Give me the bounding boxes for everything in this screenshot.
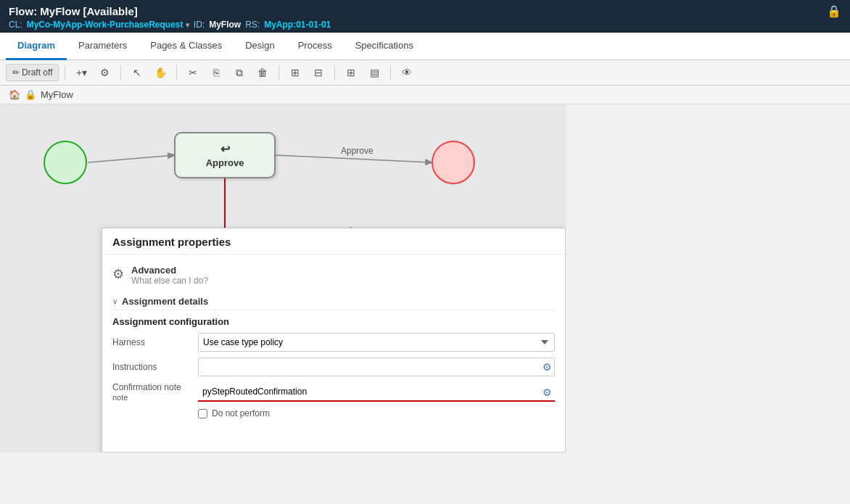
confirmation-input[interactable] [198, 383, 555, 402]
table-icon: ▤ [370, 67, 379, 78]
id-label: ID: [194, 20, 205, 30]
header-subtitle-row: CL: MyCo-MyApp-Work-PurchaseRequest ▾ ID… [9, 20, 841, 30]
properties-content: ⚙ Advanced What else can I do? ∨ Assignm… [102, 255, 565, 426]
svg-line-0 [88, 155, 174, 162]
breadcrumb-flow-name: MyFlow [41, 89, 73, 100]
draft-off-label: Draft off [22, 67, 52, 78]
instructions-gear-icon[interactable]: ⚙ [542, 361, 552, 373]
assignment-node-label: Approve [206, 157, 244, 168]
grid-button[interactable]: ⊞ [341, 63, 361, 82]
breadcrumb: 🏠 🔒 MyFlow [0, 86, 850, 104]
draft-off-button[interactable]: ✏ Draft off [6, 64, 59, 81]
svg-text:Approve: Approve [341, 146, 374, 156]
delete-icon: 🗑 [257, 67, 268, 78]
select-tool-button[interactable]: ↖ [127, 63, 147, 82]
rs-value: MyApp:01-01-01 [264, 20, 331, 30]
advanced-title: Advanced [131, 265, 208, 276]
lock-icon: 🔒 [827, 4, 841, 18]
align-h-icon: ⊞ [291, 67, 300, 78]
app-header: Flow: MyFlow [Available] 🔒 CL: MyCo-MyAp… [0, 0, 850, 33]
section-title: Assignment details [122, 296, 208, 307]
do-not-perform-row: Do not perform [198, 408, 555, 418]
align-v-icon: ⊟ [314, 67, 323, 78]
cut-button[interactable]: ✂ [183, 63, 203, 82]
do-not-perform-checkbox[interactable] [198, 409, 207, 418]
instructions-input[interactable] [198, 358, 555, 376]
delete-button[interactable]: 🗑 [252, 63, 273, 82]
toolbar-sep-6 [390, 65, 391, 80]
tab-design[interactable]: Design [234, 33, 286, 60]
add-icon: +▾ [76, 67, 87, 78]
end-node[interactable] [432, 141, 475, 184]
properties-panel: Assignment properties ⚙ Advanced What el… [102, 228, 566, 453]
diagram-canvas[interactable]: Approve ↩ Approve Assignment properties … [0, 104, 566, 453]
svg-line-1 [276, 155, 432, 162]
tab-process[interactable]: Process [286, 33, 344, 60]
select-icon: ↖ [133, 67, 141, 78]
instructions-row: Instructions ⚙ [112, 358, 555, 376]
tab-specifications[interactable]: Specifications [344, 33, 425, 60]
instructions-field-wrapper: ⚙ [198, 358, 555, 376]
section-chevron: ∨ [112, 297, 117, 305]
assignment-details-section-header[interactable]: ∨ Assignment details [112, 293, 555, 310]
properties-panel-title: Assignment properties [102, 228, 565, 255]
eye-icon: 👁 [402, 67, 412, 78]
copy-button[interactable]: ⎘ [206, 63, 226, 82]
diagram-toolbar: ✏ Draft off +▾ ⚙ ↖ ✋ ✂ ⎘ ⧉ 🗑 ⊞ ⊟ ⊞ ▤ 👁 [0, 60, 850, 86]
toolbar-sep-1 [65, 65, 65, 80]
breadcrumb-lock-icon: 🔒 [25, 89, 36, 100]
confirmation-note-row: Confirmation note note ⚙ [112, 382, 555, 402]
assignment-node[interactable]: ↩ Approve [174, 132, 276, 178]
table-button[interactable]: ▤ [364, 63, 384, 82]
home-icon[interactable]: 🏠 [9, 89, 20, 100]
toolbar-sep-4 [278, 65, 279, 80]
advanced-text-block: Advanced What else can I do? [131, 265, 208, 286]
header-title-row: Flow: MyFlow [Available] 🔒 [9, 4, 841, 18]
preview-button[interactable]: 👁 [397, 63, 417, 82]
advanced-section-icon: ⚙ [112, 266, 124, 282]
align-h-button[interactable]: ⊞ [285, 63, 305, 82]
settings-icon: ⚙ [100, 67, 110, 78]
confirmation-field-wrapper: ⚙ [198, 383, 555, 402]
align-v-button[interactable]: ⊟ [308, 63, 329, 82]
toolbar-sep-2 [120, 65, 121, 80]
copy-icon: ⎘ [213, 67, 219, 78]
confirmation-label: Confirmation note note [112, 382, 192, 402]
main-area: Approve ↩ Approve Assignment properties … [0, 104, 850, 453]
do-not-perform-label: Do not perform [212, 408, 270, 418]
draft-off-icon: ✏ [12, 67, 20, 78]
add-button[interactable]: +▾ [71, 63, 91, 82]
duplicate-icon: ⧉ [236, 67, 243, 79]
toolbar-sep-3 [176, 65, 177, 80]
flow-title: Flow: MyFlow [Available] [9, 5, 138, 17]
instructions-label: Instructions [112, 362, 192, 372]
rs-label: RS: [245, 20, 260, 30]
harness-row: Harness Use case type policy [112, 333, 555, 352]
hand-tool-button[interactable]: ✋ [150, 63, 170, 82]
harness-field-wrapper: Use case type policy [198, 333, 555, 352]
advanced-subtitle: What else can I do? [131, 276, 208, 286]
start-node[interactable] [44, 141, 87, 184]
hand-icon: ✋ [154, 67, 167, 78]
confirmation-label-note: note [112, 393, 128, 402]
cl-dropdown-arrow[interactable]: ▾ [186, 21, 189, 29]
toolbar-sep-5 [334, 65, 335, 80]
harness-select[interactable]: Use case type policy [198, 333, 555, 352]
cl-label: CL: [9, 20, 22, 30]
subsection-title: Assignment configuration [112, 316, 555, 327]
confirmation-gear-icon[interactable]: ⚙ [542, 387, 552, 398]
harness-label: Harness [112, 337, 192, 347]
tab-pages-classes[interactable]: Pages & Classes [139, 33, 234, 60]
cl-value: MyCo-MyApp-Work-PurchaseRequest ▾ [27, 20, 189, 30]
duplicate-button[interactable]: ⧉ [229, 63, 249, 82]
tab-diagram[interactable]: Diagram [6, 33, 67, 60]
settings-button[interactable]: ⚙ [94, 63, 115, 82]
tab-bar: Diagram Parameters Pages & Classes Desig… [0, 33, 850, 60]
id-value: MyFlow [209, 20, 241, 30]
tab-parameters[interactable]: Parameters [67, 33, 139, 60]
assignment-node-icon: ↩ [220, 142, 230, 156]
advanced-section: ⚙ Advanced What else can I do? [112, 262, 555, 293]
cut-icon: ✂ [189, 67, 197, 78]
grid-icon: ⊞ [347, 67, 355, 78]
